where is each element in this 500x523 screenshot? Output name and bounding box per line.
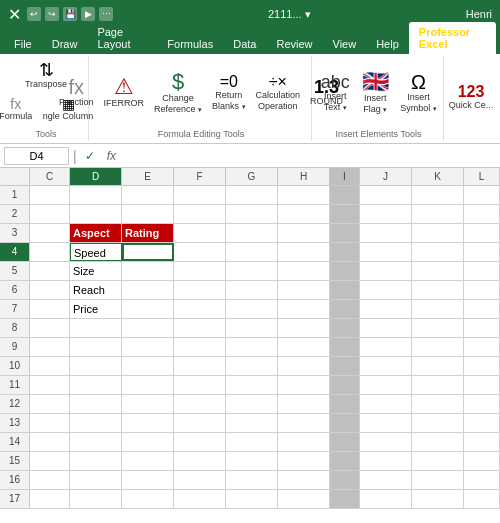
calculation-operation-button[interactable]: ÷× CalculationOperation <box>253 72 304 114</box>
cell-e12[interactable] <box>122 395 174 413</box>
cell-i10[interactable] <box>330 357 360 375</box>
cell-d17[interactable] <box>70 490 122 508</box>
cell-g9[interactable] <box>226 338 278 356</box>
cell-g4[interactable] <box>226 243 278 261</box>
cell-k15[interactable] <box>412 452 464 470</box>
cell-c7[interactable] <box>30 300 70 318</box>
cell-f3[interactable] <box>174 224 226 242</box>
cell-j14[interactable] <box>360 433 412 451</box>
cell-d10[interactable] <box>70 357 122 375</box>
tab-view[interactable]: View <box>323 34 367 54</box>
cell-l9[interactable] <box>464 338 500 356</box>
col-header-k[interactable]: K <box>412 168 464 185</box>
cell-i15[interactable] <box>330 452 360 470</box>
cell-e15[interactable] <box>122 452 174 470</box>
cell-h1[interactable] <box>278 186 330 204</box>
cell-j5[interactable] <box>360 262 412 280</box>
cell-e1[interactable] <box>122 186 174 204</box>
cell-d6-reach[interactable]: Reach <box>70 281 122 299</box>
tab-formulas[interactable]: Formulas <box>157 34 223 54</box>
cell-f5[interactable] <box>174 262 226 280</box>
cell-f6[interactable] <box>174 281 226 299</box>
cell-l11[interactable] <box>464 376 500 394</box>
cell-c3[interactable] <box>30 224 70 242</box>
cell-g15[interactable] <box>226 452 278 470</box>
cell-f9[interactable] <box>174 338 226 356</box>
cell-d12[interactable] <box>70 395 122 413</box>
cell-f2[interactable] <box>174 205 226 223</box>
insert-symbol-button[interactable]: Ω InsertSymbol ▾ <box>397 70 440 116</box>
cell-e5[interactable] <box>122 262 174 280</box>
quick-ce-button[interactable]: 123 Quick Ce... <box>446 82 497 113</box>
cell-c14[interactable] <box>30 433 70 451</box>
cell-g1[interactable] <box>226 186 278 204</box>
cell-j13[interactable] <box>360 414 412 432</box>
cell-d3-aspect-header[interactable]: Aspect <box>70 224 122 242</box>
cell-d4-speed[interactable]: Speed <box>70 243 122 261</box>
cell-l2[interactable] <box>464 205 500 223</box>
cell-g3[interactable] <box>226 224 278 242</box>
cell-l1[interactable] <box>464 186 500 204</box>
cell-k5[interactable] <box>412 262 464 280</box>
iferror-button[interactable]: ⚠ IFERROR <box>101 74 148 111</box>
cell-l6[interactable] <box>464 281 500 299</box>
tab-help[interactable]: Help <box>366 34 409 54</box>
cell-e10[interactable] <box>122 357 174 375</box>
cell-c2[interactable] <box>30 205 70 223</box>
cell-h9[interactable] <box>278 338 330 356</box>
cell-d16[interactable] <box>70 471 122 489</box>
cell-c16[interactable] <box>30 471 70 489</box>
cell-l3[interactable] <box>464 224 500 242</box>
cell-k3[interactable] <box>412 224 464 242</box>
cell-k4[interactable] <box>412 243 464 261</box>
cell-h15[interactable] <box>278 452 330 470</box>
cell-e17[interactable] <box>122 490 174 508</box>
cell-k13[interactable] <box>412 414 464 432</box>
cell-l12[interactable] <box>464 395 500 413</box>
cell-e4-selected[interactable] <box>122 243 174 261</box>
cell-d7-price[interactable]: Price <box>70 300 122 318</box>
cell-c1[interactable] <box>30 186 70 204</box>
cell-l17[interactable] <box>464 490 500 508</box>
col-header-l[interactable]: L <box>464 168 500 185</box>
cell-f10[interactable] <box>174 357 226 375</box>
cell-d11[interactable] <box>70 376 122 394</box>
cell-k12[interactable] <box>412 395 464 413</box>
col-header-c[interactable]: C <box>30 168 70 185</box>
formula-button[interactable]: fx Formula <box>0 95 36 124</box>
cell-f4[interactable] <box>174 243 226 261</box>
cell-f11[interactable] <box>174 376 226 394</box>
cell-c4[interactable] <box>30 243 70 261</box>
col-header-d[interactable]: D <box>70 168 122 185</box>
cell-i1[interactable] <box>330 186 360 204</box>
cell-h12[interactable] <box>278 395 330 413</box>
cell-h17[interactable] <box>278 490 330 508</box>
cell-l13[interactable] <box>464 414 500 432</box>
cell-g13[interactable] <box>226 414 278 432</box>
col-header-h[interactable]: H <box>278 168 330 185</box>
cell-f14[interactable] <box>174 433 226 451</box>
cell-i5[interactable] <box>330 262 360 280</box>
cell-j3[interactable] <box>360 224 412 242</box>
cell-d13[interactable] <box>70 414 122 432</box>
cell-f7[interactable] <box>174 300 226 318</box>
cell-i7[interactable] <box>330 300 360 318</box>
cell-k6[interactable] <box>412 281 464 299</box>
checkmark-icon[interactable]: ✓ <box>81 149 99 163</box>
cell-i13[interactable] <box>330 414 360 432</box>
cell-k2[interactable] <box>412 205 464 223</box>
cell-j9[interactable] <box>360 338 412 356</box>
cell-k7[interactable] <box>412 300 464 318</box>
cell-l14[interactable] <box>464 433 500 451</box>
cell-d1[interactable] <box>70 186 122 204</box>
cell-g14[interactable] <box>226 433 278 451</box>
cell-g11[interactable] <box>226 376 278 394</box>
cell-e16[interactable] <box>122 471 174 489</box>
fx-icon[interactable]: fx <box>103 149 120 163</box>
col-header-f[interactable]: F <box>174 168 226 185</box>
cell-k9[interactable] <box>412 338 464 356</box>
cell-f17[interactable] <box>174 490 226 508</box>
cell-e11[interactable] <box>122 376 174 394</box>
cell-g8[interactable] <box>226 319 278 337</box>
cell-k10[interactable] <box>412 357 464 375</box>
